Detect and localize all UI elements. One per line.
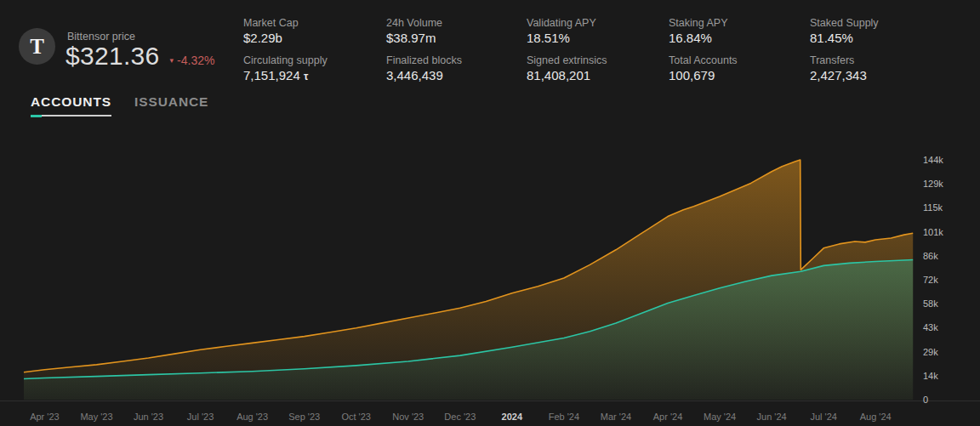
x-axis-label: May '24 (704, 412, 736, 422)
tau-symbol: τ (304, 71, 308, 82)
stat-label: Finalized blocks (386, 54, 527, 66)
stat-value: $2.29b (243, 31, 386, 45)
stat-label: Signed extrinsics (527, 54, 669, 66)
x-axis-label: Apr '24 (653, 412, 683, 422)
y-axis-label: 144k (923, 155, 943, 165)
tab-issuance[interactable]: ISSUANCE (134, 94, 208, 116)
stat-value: 3,446,439 (386, 68, 527, 82)
x-axis-label: Sep '23 (288, 412, 320, 422)
stat-validating-apy: Validating APY 18.51% (527, 17, 669, 54)
x-axis-label: Aug '24 (860, 412, 892, 422)
stat-transfers: Transfers 2,427,343 (810, 54, 954, 92)
y-axis-label: 129k (923, 179, 943, 189)
x-axis-label: Jul '23 (187, 412, 214, 422)
stat-value: 81.45% (810, 31, 954, 45)
stat-value: 16.84% (669, 31, 810, 45)
x-axis-label: Nov '23 (392, 412, 424, 422)
y-axis-label: 43k (923, 322, 938, 332)
x-axis-label: Jul '24 (810, 412, 836, 422)
stat-label: Staked Supply (810, 17, 954, 29)
y-axis-label: 0 (923, 395, 928, 405)
accounts-chart-svg: 014k29k43k58k72k86k101k115k129k144kApr '… (0, 132, 980, 426)
stat-value: 81,408,201 (527, 68, 669, 82)
x-axis-label: May '23 (80, 412, 112, 422)
stat-label: Circulating supply (243, 54, 386, 66)
y-axis-label: 86k (923, 251, 938, 261)
stat-value: 18.51% (527, 31, 669, 45)
x-axis-label: Aug '23 (236, 412, 268, 422)
y-axis-label: 29k (923, 347, 938, 357)
stat-label: 24h Volume (386, 17, 527, 29)
price-label: Bittensor price (67, 31, 135, 43)
stat-value: $38.97m (386, 31, 527, 45)
stat-circulating-supply: Circulating supply 7,151,924 τ (243, 54, 386, 92)
bittensor-logo[interactable]: T (19, 28, 55, 65)
y-axis-label: 58k (923, 298, 938, 309)
x-axis-label: Feb '24 (549, 412, 579, 422)
stat-value: 7,151,924 τ (243, 68, 386, 82)
x-axis-label: Oct '23 (341, 412, 371, 422)
x-axis-label: Mar '24 (601, 412, 631, 422)
logo-letter: T (30, 35, 44, 59)
y-axis-label: 72k (923, 275, 938, 285)
stat-value: 100,679 (669, 68, 810, 82)
stat-label: Staking APY (669, 17, 810, 29)
stat-market-cap: Market Cap $2.29b (243, 17, 386, 54)
stat-staking-apy: Staking APY 16.84% (669, 17, 810, 54)
price-row: $321.36 ▾-4.32% (66, 42, 214, 71)
price-change: ▾-4.32% (170, 54, 215, 67)
y-axis-label: 101k (923, 227, 943, 237)
x-axis-label: Dec '23 (444, 412, 476, 422)
stat-value: 2,427,343 (810, 68, 954, 82)
stat-value-number: 7,151,924 (243, 68, 300, 82)
stat-staked-supply: Staked Supply 81.45% (810, 17, 954, 54)
stat-label: Validating APY (527, 17, 669, 29)
y-axis-label: 14k (923, 371, 938, 381)
x-axis-label: Apr '23 (30, 412, 60, 422)
x-axis-label: 2024 (502, 412, 523, 422)
stat-signed-extrinsics: Signed extrinsics 81,408,201 (527, 54, 669, 92)
stat-total-accounts: Total Accounts 100,679 (669, 54, 810, 92)
stat-label: Total Accounts (669, 54, 810, 66)
x-axis-label: Jun '24 (757, 412, 787, 422)
accounts-chart[interactable]: 014k29k43k58k72k86k101k115k129k144kApr '… (0, 132, 980, 426)
y-axis-label: 115k (923, 202, 943, 213)
stat-label: Market Cap (243, 17, 386, 29)
tab-accounts[interactable]: ACCOUNTS (31, 94, 111, 116)
stat-finalized-blocks: Finalized blocks 3,446,439 (386, 54, 527, 92)
price-down-triangle-icon: ▾ (170, 56, 174, 65)
chart-tabs: ACCOUNTS ISSUANCE (31, 94, 208, 116)
price-change-percent: -4.32% (177, 54, 214, 67)
price-value: $321.36 (66, 42, 160, 71)
x-axis-label: Jun '23 (134, 412, 163, 422)
stats-grid: Market Cap $2.29b 24h Volume $38.97m Val… (243, 17, 954, 92)
stat-label: Transfers (810, 54, 954, 66)
stat-24h-volume: 24h Volume $38.97m (386, 17, 527, 54)
